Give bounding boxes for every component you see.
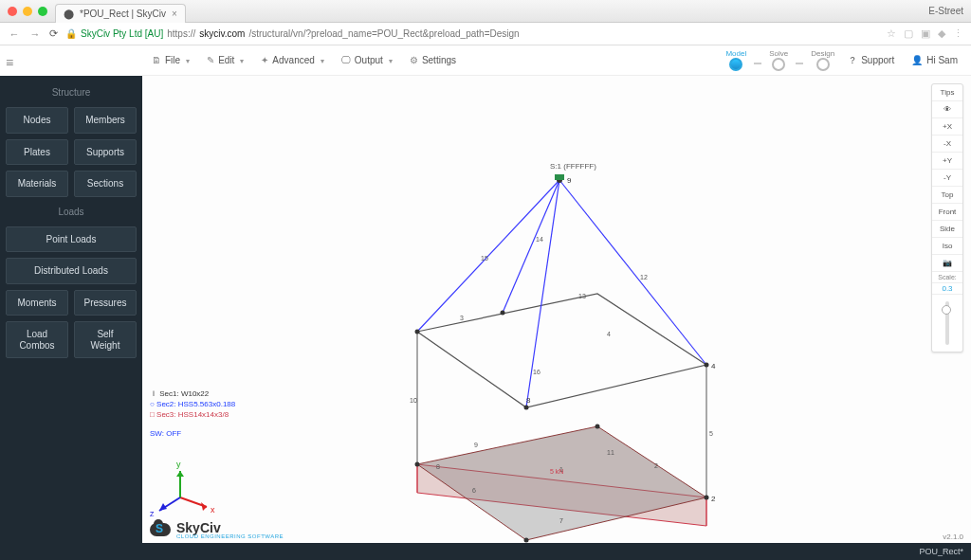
svg-line-17 [526,180,559,407]
legend-sw: SW: OFF [150,428,235,439]
browser-navbar: ← → ⟳ 🔒 SkyCiv Pty Ltd [AU] https://skyc… [0,23,971,45]
materials-button[interactable]: Materials [6,171,68,197]
gear-icon: ⚙ [410,55,418,65]
tips-button[interactable]: Tips [932,84,962,101]
url-path: /structural/vn/?preload_name=POU_Rect&pr… [248,28,519,39]
cloud-icon: S [150,523,171,536]
svg-point-21 [705,363,709,368]
legend-sec1: Sec1: W10x22 [159,389,209,398]
sidebar-heading-structure: Structure [6,83,137,101]
distributed-loads-button[interactable]: Distributed Loads [6,258,137,284]
visibility-button[interactable]: 👁 [932,101,962,118]
tab-close-icon[interactable]: × [172,9,177,19]
close-window-button[interactable] [8,7,17,16]
legend-sec2: Sec2: HSS5.563x0.188 [156,400,235,408]
svg-marker-56 [176,471,184,477]
svg-point-24 [415,462,420,467]
help-icon: ？ [848,54,857,67]
app-toolbar: 🗎File ✎Edit ✦Advanced 🖵Output ⚙Settings … [142,45,971,76]
nav-forward-icon[interactable]: → [28,28,42,40]
view-minus-x[interactable]: -X [932,135,962,153]
svg-text:7: 7 [559,517,563,524]
sections-button[interactable]: Sections [74,171,137,197]
step-solve-label: Solve [769,49,788,58]
moments-button[interactable]: Moments [6,290,68,316]
user-menu[interactable]: 👤Hi Sam [911,55,962,65]
star-icon[interactable]: ☆ [887,27,896,40]
section-legend: Ｉ Sec1: W10x22 ○ Sec2: HSS5.563x0.188 □ … [150,388,235,439]
pressures-button[interactable]: Pressures [74,290,137,316]
ext1-icon[interactable]: ▣ [921,27,930,40]
hamburger-icon[interactable]: ≡ [6,55,13,70]
load-combos-button[interactable]: Load Combos [6,321,68,358]
svg-point-19 [415,330,420,334]
svg-text:15: 15 [481,255,488,262]
nav-reload-icon[interactable]: ⟳ [49,27,58,40]
model-canvas[interactable]: S:1 (FFFFFF) 9 4 2 6 8 1 2 3 4 5 6 7 8 9… [142,76,971,543]
maximize-window-button[interactable] [38,7,47,16]
svg-text:13: 13 [578,293,586,299]
svg-point-25 [705,496,709,500]
url-host: skyciv.com [199,28,245,39]
point-loads-button[interactable]: Point Loads [6,226,137,253]
view-plus-x[interactable]: +X [932,118,962,135]
settings-menu[interactable]: ⚙Settings [410,55,456,65]
advanced-menu[interactable]: ✦Advanced [261,55,323,65]
browser-profile[interactable]: E-Street [928,6,963,16]
workflow-steps: Model Solve Design [725,49,834,71]
support-menu[interactable]: ？Support [848,54,898,67]
svg-marker-54 [201,502,207,511]
svg-text:3: 3 [460,315,464,321]
svg-text:8: 8 [526,396,531,405]
view-iso[interactable]: Iso [932,238,962,255]
status-filename: POU_Rect* [919,547,963,556]
advanced-label: Advanced [272,55,314,65]
supports-button[interactable]: Supports [74,139,137,166]
browser-tab[interactable]: ⬤ *POU_Rect | SkyCiv × [55,4,186,23]
edit-menu[interactable]: ✎Edit [207,55,244,65]
svg-point-23 [501,311,505,316]
nav-back-icon[interactable]: ← [8,28,21,40]
nodes-button[interactable]: Nodes [6,107,68,134]
step-design[interactable]: Design [811,49,834,71]
svg-point-22 [524,406,529,410]
plates-button[interactable]: Plates [6,139,68,166]
step-solve[interactable]: Solve [769,49,788,71]
minimize-window-button[interactable] [23,7,32,16]
settings-label: Settings [422,55,456,65]
cast-icon[interactable]: ▢ [904,27,913,40]
wrench-icon: ✦ [261,55,268,65]
svg-text:x: x [211,505,215,515]
monitor-icon: 🖵 [341,55,351,65]
svg-text:5 kN: 5 kN [550,468,563,475]
user-label: Hi Sam [926,55,958,65]
step-model[interactable]: Model [725,49,746,71]
view-side[interactable]: Side [932,221,962,238]
output-label: Output [355,55,383,65]
svg-text:4: 4 [711,362,716,370]
app-shell: ≡ 🗎File ✎Edit ✦Advanced 🖵Output ⚙Setting… [0,45,971,560]
scale-slider[interactable] [932,295,962,352]
view-controls: Tips 👁 +X -X +Y -Y Top Front Side Iso 📷 … [931,83,963,352]
svg-text:16: 16 [533,369,540,375]
screenshot-button[interactable]: 📷 [932,255,962,272]
menu-icon[interactable]: ⋮ [953,27,963,40]
file-icon: 🗎 [152,55,161,65]
ext2-icon[interactable]: ◆ [938,27,945,40]
file-menu[interactable]: 🗎File [152,55,190,65]
svg-text:9: 9 [567,176,572,185]
view-top[interactable]: Top [932,187,962,204]
address-bar[interactable]: 🔒 SkyCiv Pty Ltd [AU] https://skyciv.com… [65,28,879,39]
svg-text:14: 14 [536,236,543,243]
view-minus-y[interactable]: -Y [932,170,962,187]
svg-text:8: 8 [436,463,440,470]
svg-text:4: 4 [607,331,611,337]
output-menu[interactable]: 🖵Output [341,55,393,65]
support-label: Support [861,55,894,65]
svg-point-26 [524,538,529,543]
view-front[interactable]: Front [932,204,962,221]
svg-line-16 [559,180,706,365]
self-weight-button[interactable]: Self Weight [74,321,137,358]
members-button[interactable]: Members [74,107,137,134]
view-plus-y[interactable]: +Y [932,153,962,170]
